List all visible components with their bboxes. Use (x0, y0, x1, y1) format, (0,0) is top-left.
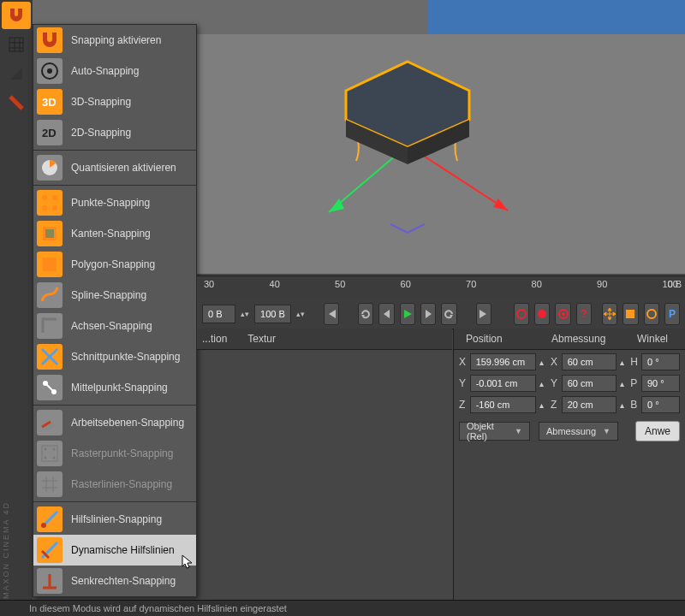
menu-item-intersect[interactable]: Schnittpunkte-Snapping (33, 341, 196, 372)
svg-point-12 (47, 68, 52, 74)
cross-icon (37, 344, 63, 370)
svg-rect-9 (9, 38, 23, 51)
svg-rect-25 (42, 446, 57, 461)
axis-label: Z (459, 399, 467, 411)
angle-label: P (630, 377, 638, 389)
loop-fwd-button[interactable] (441, 303, 456, 325)
mode-dropdown[interactable]: Objekt (Rel)▼ (459, 422, 530, 441)
step-back-button[interactable] (378, 303, 394, 325)
step-fwd-button[interactable] (420, 303, 436, 325)
svg-point-30 (41, 523, 46, 528)
ruler-tick: 30 (204, 279, 214, 289)
goto-start-icon (325, 308, 337, 320)
play-first-button[interactable] (324, 303, 339, 325)
menu-item-dynguide[interactable]: Dynamische Hilfslinien (33, 535, 196, 566)
svg-point-16 (42, 195, 47, 200)
opt-param-button[interactable]: P (664, 303, 680, 325)
menu-item-edges[interactable]: Kanten-Snapping (33, 218, 196, 249)
size-field[interactable]: 60 cm (562, 353, 616, 370)
opt-move-button[interactable] (602, 303, 617, 325)
menu-item-spline[interactable]: Spline-Snapping (33, 280, 196, 311)
magnet-icon (37, 27, 63, 53)
stepper-icon[interactable]: ▴ (539, 358, 547, 367)
menu-item-label: Auto-Snapping (71, 65, 139, 77)
edges-icon (37, 221, 63, 246)
field-frame-start[interactable]: 0 B (202, 305, 235, 323)
menu-item-perp[interactable]: Senkrechten-Snapping (33, 566, 196, 596)
menu-item-guide[interactable]: Hilfslinien-Snapping (33, 504, 196, 535)
transport-bar: 0 B ▴▾ 100 B ▴▾ ? P (197, 299, 685, 329)
help-button[interactable]: ? (576, 303, 592, 325)
angle-field[interactable]: 90 ° (641, 375, 680, 392)
spline-icon (37, 282, 63, 308)
svg-point-17 (52, 195, 57, 200)
opt-scale-button[interactable] (622, 303, 638, 325)
tab-textur[interactable]: Textur (247, 333, 276, 345)
stepper-icon[interactable]: ▴ (620, 400, 628, 410)
angle-field[interactable]: 0 ° (641, 396, 680, 413)
axis-label: Z (551, 399, 558, 411)
opt-rotate-button[interactable] (644, 303, 659, 325)
stepper-icon[interactable]: ▴ (539, 379, 547, 388)
size-mode-dropdown[interactable]: Abmessung▼ (539, 422, 618, 441)
stepper-icon[interactable]: ▴ (620, 358, 628, 367)
stepper-icon[interactable]: ▴▾ (296, 310, 305, 318)
menu-item-gridline[interactable]: Rasterlinien-Snapping (33, 469, 196, 500)
stepper-icon[interactable]: ▴ (539, 400, 547, 410)
mid-icon (37, 375, 63, 400)
menu-item-workplane[interactable]: Arbeitsebenen-Snapping (33, 407, 196, 438)
tab-partial[interactable]: ...tion (202, 333, 227, 345)
coord-header: Position Abmessung Winkel (454, 329, 685, 350)
loop-fwd-icon (443, 308, 455, 320)
status-text: In diesem Modus wird auf dynamischen Hil… (29, 603, 287, 613)
record-button[interactable] (514, 303, 529, 325)
pos-field[interactable]: -160 cm (470, 396, 537, 413)
field-frame-end[interactable]: 100 B (254, 305, 291, 323)
size-field[interactable]: 20 cm (562, 396, 616, 413)
menu-item-label: Kanten-Snapping (71, 228, 151, 240)
tool-grid[interactable] (2, 31, 31, 58)
menu-item-polys[interactable]: Polygon-Snapping (33, 249, 196, 280)
menu-item-auto-snap[interactable]: Auto-Snapping (33, 56, 196, 86)
svg-marker-1 (493, 198, 508, 210)
menu-item-enable-snap[interactable]: Snapping aktivieren (33, 25, 196, 56)
menu-item-midpoint[interactable]: Mittelpunkt-Snapping (33, 372, 196, 403)
menu-item-label: Senkrechten-Snapping (71, 575, 176, 587)
stepper-icon[interactable]: ▴▾ (241, 310, 249, 318)
stepper-icon[interactable]: ▴ (620, 379, 628, 388)
tool-snap-magnet[interactable] (2, 2, 31, 29)
play-button[interactable] (400, 303, 415, 325)
ruler-tick: 70 (466, 279, 476, 289)
apply-button[interactable]: Anwe (635, 421, 680, 441)
brand-logo: MAXON CINEMA 4D (2, 501, 10, 599)
loop-button[interactable] (358, 303, 373, 325)
timeline-ruler[interactable]: 30405060708090100 0 B (197, 275, 685, 301)
menu-item-quantize[interactable]: Quantisieren aktivieren (33, 152, 196, 183)
hdr-angle: Winkel (625, 333, 685, 345)
keyframe-button[interactable] (555, 303, 570, 325)
angle-label: B (630, 399, 638, 411)
coord-row-y: Y-0.001 cm▴Y60 cm▴P90 ° (454, 374, 685, 393)
menu-item-snap-3d[interactable]: 3D3D-Snapping (33, 86, 196, 117)
autokey-button[interactable] (534, 303, 550, 325)
status-bar: In diesem Modus wird auf dynamischen Hil… (0, 600, 685, 616)
pos-field[interactable]: -0.001 cm (470, 375, 537, 392)
attribute-tabs: ...tion Textur (197, 329, 452, 350)
angle-field[interactable]: 0 ° (641, 353, 680, 370)
axes-icon (37, 313, 63, 339)
menu-item-snap-2d[interactable]: 2D2D-Snapping (33, 117, 196, 148)
menu-item-axes[interactable]: Achsen-Snapping (33, 311, 196, 341)
axis-label: Y (459, 377, 467, 389)
tool-corner[interactable] (2, 60, 31, 87)
menu-item-label: Snapping aktivieren (71, 34, 161, 46)
play-icon (402, 308, 414, 320)
tool-snap-mode[interactable] (2, 89, 31, 116)
svg-text:2D: 2D (42, 127, 57, 139)
pos-field[interactable]: 159.996 cm (470, 353, 537, 370)
ruler-frame-label: 0 B (667, 279, 682, 289)
menu-item-gridpoint[interactable]: Rasterpunkt-Snapping (33, 438, 196, 469)
size-field[interactable]: 60 cm (562, 375, 616, 392)
chevron-down-icon: ▼ (515, 427, 522, 435)
menu-item-points[interactable]: Punkte-Snapping (33, 187, 196, 218)
play-last-button[interactable] (476, 303, 491, 325)
